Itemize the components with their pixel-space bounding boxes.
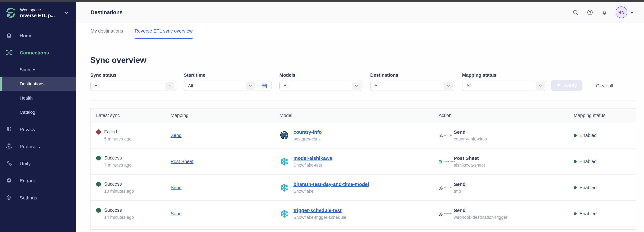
- workspace-name: reverse ETL p...: [20, 12, 55, 18]
- google-sheets-logo-text: Google Sheets: [443, 161, 455, 162]
- mapping-status-cell: Enabled: [574, 211, 636, 216]
- action-name: Post Sheet: [454, 155, 485, 161]
- table-row: Success 10 minutes ago Send bharath-test…: [90, 175, 636, 201]
- model-link[interactable]: bharath-test-day-and-time-model: [294, 181, 369, 187]
- action-destination: country-info-citus: [454, 137, 487, 141]
- action-name: Send: [454, 129, 487, 135]
- sidebar-item-label: Connections: [20, 50, 49, 55]
- tab-my-destinations[interactable]: My destinations: [90, 23, 123, 39]
- sync-time: 10 minutes ago: [104, 189, 170, 194]
- engage-icon: [6, 177, 12, 184]
- mapping-link[interactable]: Send: [170, 133, 182, 138]
- calendar-icon: [261, 83, 267, 89]
- sidebar-item-unify[interactable]: Unify: [0, 156, 76, 171]
- select-value: All: [284, 83, 288, 88]
- table-row: [90, 227, 636, 230]
- workspace-switcher[interactable]: Workspace reverse ETL p...: [0, 1, 76, 23]
- enabled-dot-icon: [574, 186, 576, 189]
- enabled-dot-icon: [574, 160, 576, 163]
- sidebar-item-label: Privacy: [20, 126, 36, 132]
- help-icon[interactable]: [586, 9, 593, 16]
- mapping-status-cell: Enabled: [574, 185, 636, 190]
- protocols-icon: [6, 143, 12, 150]
- avatar[interactable]: RN: [616, 6, 627, 18]
- window-top-strip: [0, 0, 644, 1]
- snowflake-icon: [280, 209, 289, 218]
- calendar-button[interactable]: [257, 81, 271, 91]
- filter-label: Destinations: [370, 72, 454, 78]
- sidebar-item-label: Catalog: [20, 110, 35, 115]
- connections-icon: [6, 49, 12, 56]
- sync-time: 7 minutes ago: [104, 163, 170, 168]
- column-header-mapping-status: Mapping status: [574, 113, 636, 118]
- chevron-down-icon: [536, 82, 545, 90]
- sidebar-item-home[interactable]: Home: [0, 28, 76, 42]
- mapping-status-text: Enabled: [580, 185, 596, 190]
- sidebar-item-protocols[interactable]: Protocols: [0, 139, 76, 153]
- home-icon: [6, 32, 12, 39]
- workspace-label: Workspace: [20, 7, 55, 13]
- webhooks-icon: [438, 212, 443, 216]
- models-select[interactable]: All: [279, 81, 362, 91]
- sync-time: 14 minutes ago: [104, 215, 170, 220]
- success-status-icon: [96, 182, 101, 186]
- sync-status-select[interactable]: All: [90, 81, 176, 91]
- mapping-cell: Send: [170, 211, 280, 217]
- search-icon[interactable]: [572, 9, 579, 16]
- mapping-status-text: Enabled: [580, 159, 596, 164]
- table-header-row: Latest sync Mapping Model Action Mapping…: [90, 109, 636, 122]
- page-header: Destinations RN: [76, 0, 644, 23]
- enabled-dot-icon: [574, 212, 576, 215]
- action-cell: webhooks Send webhook-destination-trigge…: [438, 208, 574, 220]
- mapping-status-select[interactable]: All: [462, 81, 546, 91]
- page-title: Destinations: [90, 9, 122, 15]
- sidebar-item-privacy[interactable]: Privacy: [0, 122, 76, 136]
- model-source: Snowflake-trigger-schedule: [294, 215, 346, 220]
- destinations-select[interactable]: All: [370, 81, 454, 91]
- column-header-latest-sync: Latest sync: [96, 113, 170, 118]
- model-link[interactable]: trigger-schedule-test: [294, 208, 346, 213]
- gear-icon: [6, 194, 12, 201]
- sync-overview-table: Latest sync Mapping Model Action Mapping…: [90, 108, 636, 230]
- clear-all-link[interactable]: Clear all: [596, 83, 613, 88]
- mapping-link[interactable]: Post Sheet: [170, 159, 194, 164]
- sidebar-item-catalog[interactable]: Catalog: [0, 105, 76, 119]
- mapping-cell: Send: [170, 132, 280, 138]
- sidebar-item-connections[interactable]: Connections: [0, 45, 76, 60]
- filters-divider: [90, 101, 636, 101]
- mapping-link[interactable]: Send: [170, 185, 182, 190]
- select-value: All: [466, 83, 471, 88]
- model-link[interactable]: model-aishikawa: [294, 155, 332, 161]
- model-cell: trigger-schedule-test Snowflake-trigger-…: [280, 208, 438, 220]
- latest-sync-cell: Failed 5 minutes ago: [96, 129, 170, 141]
- column-header-mapping: Mapping: [170, 113, 280, 118]
- app-root: Workspace reverse ETL p... Home Connecti…: [0, 0, 644, 232]
- sidebar-item-sources[interactable]: Sources: [0, 62, 76, 77]
- sidebar-item-destinations[interactable]: Destinations: [0, 77, 76, 91]
- model-cell: bharath-test-day-and-time-model Snowflak…: [280, 181, 438, 194]
- user-menu[interactable]: RN: [616, 6, 634, 18]
- sidebar-item-settings[interactable]: Settings: [0, 191, 76, 205]
- apply-button[interactable]: Apply: [551, 80, 582, 91]
- mapping-link[interactable]: Send: [170, 211, 182, 216]
- start-time-select[interactable]: All: [184, 81, 257, 91]
- google-sheets-icon: [438, 159, 442, 164]
- sidebar-item-engage[interactable]: Engage: [0, 173, 76, 188]
- model-link[interactable]: country-info: [294, 129, 322, 135]
- tab-reverse-etl-sync-overview[interactable]: Reverse ETL sync overview: [135, 23, 192, 39]
- column-header-action: Action: [438, 113, 574, 118]
- model-source: Snowflake: [294, 189, 369, 194]
- mapping-status-text: Enabled: [580, 133, 596, 138]
- bell-icon[interactable]: [601, 9, 608, 16]
- sidebar-item-health[interactable]: Health: [0, 91, 76, 105]
- sync-status-text: Failed: [104, 129, 117, 134]
- table-row: Success 7 minutes ago Post Sheet model-a…: [90, 149, 636, 175]
- webhooks-icon: [438, 133, 443, 137]
- action-name: Send: [454, 208, 508, 213]
- sync-status-text: Success: [104, 155, 122, 161]
- sync-status-text: Success: [104, 181, 122, 187]
- sidebar-nav: Home Connections Sources Destinations He…: [0, 25, 76, 205]
- select-value: All: [188, 83, 193, 88]
- model-cell: country-info postgres-citus: [280, 129, 438, 141]
- chevron-down-icon: [64, 10, 69, 15]
